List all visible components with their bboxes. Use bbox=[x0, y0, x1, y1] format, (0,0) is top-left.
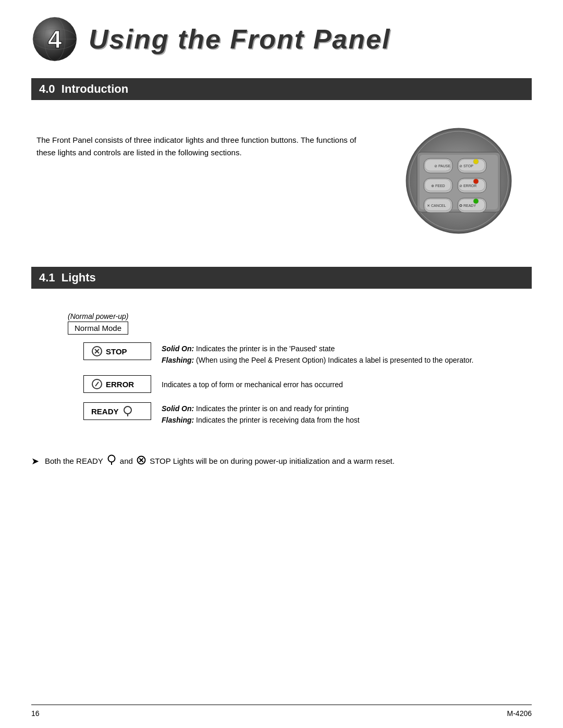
ready-solid-label: Solid On: bbox=[162, 404, 194, 413]
lights-heading-number: 4.1 bbox=[39, 271, 55, 285]
svg-text:⊕ FEED: ⊕ FEED bbox=[431, 184, 445, 188]
svg-point-28 bbox=[473, 199, 479, 204]
svg-text:✕ CANCEL: ✕ CANCEL bbox=[427, 204, 446, 207]
bottom-note-text: Both the READY and STOP Lights bbox=[45, 454, 395, 470]
intro-heading: 4.0 Introduction bbox=[31, 78, 532, 100]
error-row: ERROR Indicates a top of form or mechani… bbox=[52, 375, 511, 393]
bottom-note-suffix: Lights will be on during power-up initia… bbox=[173, 457, 395, 466]
inline-stop-icon-container bbox=[137, 455, 146, 468]
ready-flash-label: Flashing: bbox=[162, 416, 194, 424]
svg-text:4: 4 bbox=[48, 26, 62, 53]
ready-label: READY bbox=[91, 407, 119, 416]
front-panel-image: ⊘ PAUSE ⊘ STOP ⊕ FEED ⊘ ERROR bbox=[386, 124, 532, 238]
ready-button: READY bbox=[83, 402, 151, 420]
bottom-note: ➤ Both the READY and STO bbox=[31, 446, 532, 478]
inline-ready-icon bbox=[107, 454, 116, 466]
svg-text:⊘ PAUSE: ⊘ PAUSE bbox=[434, 164, 450, 168]
intro-heading-number: 4.0 bbox=[39, 82, 55, 96]
error-description: Indicates a top of form or mechanical er… bbox=[162, 378, 343, 391]
stop-icon bbox=[91, 346, 103, 357]
stop-flash-label: Flashing: bbox=[162, 356, 194, 364]
page-footer: 16 M-4206 bbox=[31, 705, 532, 718]
bottom-note-stop-word: STOP bbox=[150, 457, 170, 466]
stop-button: STOP bbox=[83, 342, 151, 360]
chapter-header: 4 Using the Front Panel bbox=[31, 16, 532, 63]
inline-ready-icon-container bbox=[107, 454, 116, 470]
inline-stop-icon bbox=[137, 455, 146, 465]
doc-number: M-4206 bbox=[507, 709, 532, 718]
intro-section: 4.0 Introduction The Front Panel consist… bbox=[31, 78, 532, 249]
ready-row: READY Solid On: Indicates the printer is… bbox=[52, 402, 511, 426]
svg-point-35 bbox=[124, 406, 131, 414]
stop-description: Solid On: Indicates the printer is in th… bbox=[162, 342, 473, 366]
svg-point-14 bbox=[473, 159, 479, 164]
stop-solid-text: Indicates the printer is in the 'Paused'… bbox=[194, 344, 335, 353]
lights-section: 4.1 Lights (Normal power-up) Normal Mode bbox=[31, 267, 532, 477]
arrow-bullet: ➤ bbox=[31, 454, 39, 469]
svg-text:✪ READY: ✪ READY bbox=[459, 204, 476, 207]
svg-line-34 bbox=[95, 382, 99, 386]
svg-text:⊘ ERROR: ⊘ ERROR bbox=[459, 184, 476, 188]
svg-text:⊘ STOP: ⊘ STOP bbox=[459, 164, 473, 168]
svg-point-37 bbox=[108, 455, 115, 462]
stop-label: STOP bbox=[106, 347, 127, 356]
lights-heading: 4.1 Lights bbox=[31, 267, 532, 289]
ready-flash-text: Indicates the printer is receiving data … bbox=[194, 416, 360, 424]
chapter-title: Using the Front Panel bbox=[89, 23, 390, 55]
lights-heading-text: Lights bbox=[62, 271, 96, 285]
svg-point-21 bbox=[473, 179, 479, 184]
normal-powerup-label: (Normal power-up) bbox=[68, 312, 511, 320]
lights-diagram: (Normal power-up) Normal Mode STOP bbox=[31, 302, 532, 446]
stop-flash-text: (When using the Peel & Present Option) I… bbox=[194, 356, 473, 364]
chapter-number-icon: 4 bbox=[31, 16, 78, 63]
ready-description: Solid On: Indicates the printer is on an… bbox=[162, 402, 360, 426]
stop-solid-label: Solid On: bbox=[162, 344, 194, 353]
ready-icon bbox=[122, 405, 133, 417]
intro-content: The Front Panel consists of three indica… bbox=[31, 113, 532, 249]
intro-heading-text: Introduction bbox=[62, 82, 128, 96]
error-label: ERROR bbox=[106, 380, 134, 389]
error-icon bbox=[91, 378, 103, 390]
error-text: Indicates a top of form or mechanical er… bbox=[162, 380, 343, 389]
ready-solid-text: Indicates the printer is on and ready fo… bbox=[194, 404, 349, 413]
normal-mode-box: Normal Mode bbox=[68, 322, 128, 335]
intro-body-text: The Front Panel consists of three indica… bbox=[31, 124, 370, 159]
error-button: ERROR bbox=[83, 375, 151, 393]
page-number: 16 bbox=[31, 709, 40, 718]
stop-row: STOP Solid On: Indicates the printer is … bbox=[52, 342, 511, 366]
